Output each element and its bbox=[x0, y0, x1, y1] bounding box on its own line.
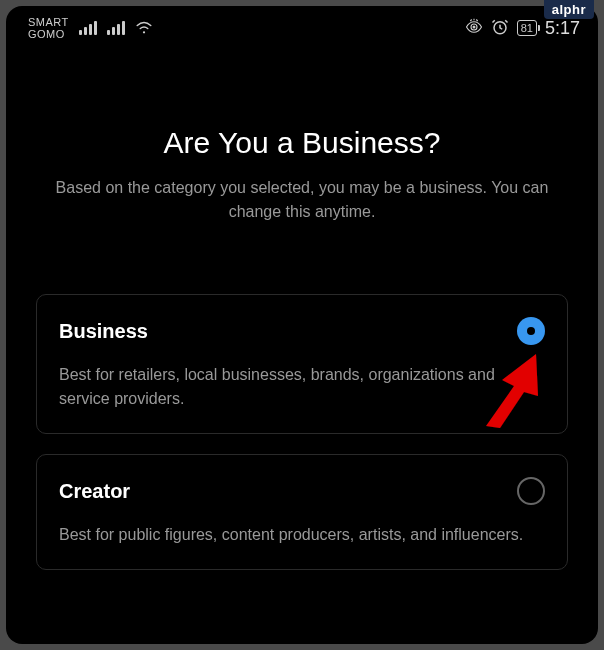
battery-level: 81 bbox=[521, 22, 533, 34]
option-desc-creator: Best for public figures, content produce… bbox=[59, 523, 545, 547]
wifi-icon bbox=[135, 20, 153, 37]
radio-business[interactable] bbox=[517, 317, 545, 345]
screen-frame: SMART GOMO bbox=[6, 6, 598, 644]
eye-icon bbox=[465, 18, 483, 39]
watermark-badge: alphr bbox=[544, 0, 594, 19]
radio-creator[interactable] bbox=[517, 477, 545, 505]
option-card-creator[interactable]: Creator Best for public figures, content… bbox=[36, 454, 568, 570]
main-content: Are You a Business? Based on the categor… bbox=[6, 46, 598, 620]
carrier-line-1: SMART bbox=[28, 16, 69, 28]
option-title-creator: Creator bbox=[59, 480, 130, 503]
option-title-business: Business bbox=[59, 320, 148, 343]
option-card-business[interactable]: Business Best for retailers, local busin… bbox=[36, 294, 568, 434]
signal-bars-icon bbox=[79, 21, 97, 35]
signal-bars-icon-2 bbox=[107, 21, 125, 35]
status-bar-right: 81 5:17 bbox=[465, 18, 580, 39]
status-bar: SMART GOMO bbox=[6, 6, 598, 46]
status-bar-left: SMART GOMO bbox=[28, 16, 153, 40]
svg-point-0 bbox=[472, 25, 475, 28]
page-title: Are You a Business? bbox=[36, 126, 568, 160]
battery-indicator: 81 bbox=[517, 20, 537, 36]
clock-time: 5:17 bbox=[545, 18, 580, 39]
page-subtitle: Based on the category you selected, you … bbox=[36, 176, 568, 224]
carrier-name: SMART GOMO bbox=[28, 16, 69, 40]
alarm-icon bbox=[491, 18, 509, 39]
carrier-line-2: GOMO bbox=[28, 28, 69, 40]
option-desc-business: Best for retailers, local businesses, br… bbox=[59, 363, 545, 411]
